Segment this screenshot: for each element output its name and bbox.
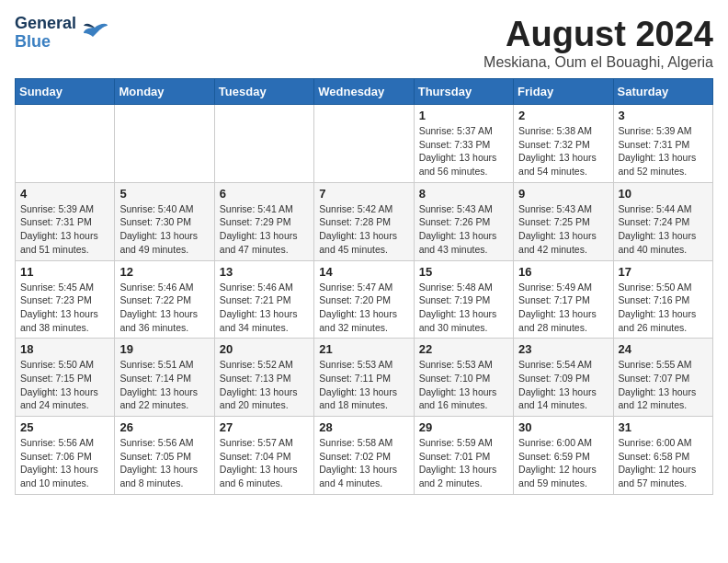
day-number: 20 xyxy=(220,342,309,356)
day-info: Sunrise: 5:56 AM Sunset: 7:06 PM Dayligh… xyxy=(20,436,109,490)
location-subtitle: Meskiana, Oum el Bouaghi, Algeria xyxy=(483,54,713,71)
page-header: General Blue August 2024 Meskiana, Oum e… xyxy=(15,15,713,71)
day-cell: 27Sunrise: 5:57 AM Sunset: 7:04 PM Dayli… xyxy=(214,417,313,495)
day-info: Sunrise: 5:39 AM Sunset: 7:31 PM Dayligh… xyxy=(20,202,109,257)
day-cell: 1Sunrise: 5:37 AM Sunset: 7:33 PM Daylig… xyxy=(414,105,513,183)
day-cell: 25Sunrise: 5:56 AM Sunset: 7:06 PM Dayli… xyxy=(16,417,115,495)
day-info: Sunrise: 5:59 AM Sunset: 7:01 PM Dayligh… xyxy=(419,436,508,490)
day-cell: 15Sunrise: 5:48 AM Sunset: 7:19 PM Dayli… xyxy=(414,260,513,339)
day-info: Sunrise: 5:42 AM Sunset: 7:28 PM Dayligh… xyxy=(319,202,408,257)
header-sunday: Sunday xyxy=(16,79,115,105)
day-number: 17 xyxy=(619,265,708,279)
day-number: 16 xyxy=(518,265,608,279)
day-cell: 3Sunrise: 5:39 AM Sunset: 7:31 PM Daylig… xyxy=(613,105,712,183)
day-cell: 11Sunrise: 5:45 AM Sunset: 7:23 PM Dayli… xyxy=(16,260,115,339)
day-cell xyxy=(16,105,115,183)
day-cell: 16Sunrise: 5:49 AM Sunset: 7:17 PM Dayli… xyxy=(514,260,613,339)
day-info: Sunrise: 5:53 AM Sunset: 7:10 PM Dayligh… xyxy=(419,358,508,412)
logo-line1: General xyxy=(15,15,76,33)
day-number: 5 xyxy=(119,187,209,201)
day-cell: 2Sunrise: 5:38 AM Sunset: 7:32 PM Daylig… xyxy=(514,105,613,183)
week-row-2: 4Sunrise: 5:39 AM Sunset: 7:31 PM Daylig… xyxy=(16,182,713,260)
day-cell: 22Sunrise: 5:53 AM Sunset: 7:10 PM Dayli… xyxy=(414,339,513,417)
day-info: Sunrise: 5:49 AM Sunset: 7:17 PM Dayligh… xyxy=(518,281,608,335)
day-number: 4 xyxy=(20,187,109,201)
calendar-header: SundayMondayTuesdayWednesdayThursdayFrid… xyxy=(16,79,713,105)
header-friday: Friday xyxy=(514,79,613,105)
day-cell xyxy=(115,105,214,183)
day-info: Sunrise: 5:43 AM Sunset: 7:26 PM Dayligh… xyxy=(419,202,508,257)
day-info: Sunrise: 5:54 AM Sunset: 7:09 PM Dayligh… xyxy=(518,358,608,412)
week-row-3: 11Sunrise: 5:45 AM Sunset: 7:23 PM Dayli… xyxy=(16,260,713,339)
day-number: 12 xyxy=(119,265,209,279)
day-number: 10 xyxy=(619,187,708,201)
day-info: Sunrise: 5:39 AM Sunset: 7:31 PM Dayligh… xyxy=(619,124,708,178)
day-info: Sunrise: 5:56 AM Sunset: 7:05 PM Dayligh… xyxy=(119,436,209,490)
day-info: Sunrise: 5:38 AM Sunset: 7:32 PM Dayligh… xyxy=(518,124,608,178)
week-row-5: 25Sunrise: 5:56 AM Sunset: 7:06 PM Dayli… xyxy=(16,417,713,495)
day-cell: 31Sunrise: 6:00 AM Sunset: 6:58 PM Dayli… xyxy=(613,417,712,495)
day-number: 22 xyxy=(419,342,508,356)
day-info: Sunrise: 5:47 AM Sunset: 7:20 PM Dayligh… xyxy=(319,281,408,335)
day-number: 8 xyxy=(419,187,508,201)
day-number: 7 xyxy=(319,187,408,201)
day-cell: 6Sunrise: 5:41 AM Sunset: 7:29 PM Daylig… xyxy=(214,182,313,260)
day-info: Sunrise: 5:46 AM Sunset: 7:22 PM Dayligh… xyxy=(119,281,209,335)
day-number: 18 xyxy=(20,342,109,356)
day-cell: 21Sunrise: 5:53 AM Sunset: 7:11 PM Dayli… xyxy=(314,339,414,417)
day-number: 26 xyxy=(119,420,209,434)
day-cell: 7Sunrise: 5:42 AM Sunset: 7:28 PM Daylig… xyxy=(314,182,414,260)
day-cell: 24Sunrise: 5:55 AM Sunset: 7:07 PM Dayli… xyxy=(613,339,712,417)
day-info: Sunrise: 6:00 AM Sunset: 6:58 PM Dayligh… xyxy=(619,436,708,490)
day-cell: 19Sunrise: 5:51 AM Sunset: 7:14 PM Dayli… xyxy=(115,339,214,417)
calendar-table: SundayMondayTuesdayWednesdayThursdayFrid… xyxy=(15,78,713,495)
header-row: SundayMondayTuesdayWednesdayThursdayFrid… xyxy=(16,79,713,105)
day-info: Sunrise: 5:55 AM Sunset: 7:07 PM Dayligh… xyxy=(619,358,708,412)
header-thursday: Thursday xyxy=(414,79,513,105)
day-number: 2 xyxy=(518,109,608,122)
day-cell: 14Sunrise: 5:47 AM Sunset: 7:20 PM Dayli… xyxy=(314,260,414,339)
day-info: Sunrise: 5:41 AM Sunset: 7:29 PM Dayligh… xyxy=(220,202,309,257)
day-cell: 30Sunrise: 6:00 AM Sunset: 6:59 PM Dayli… xyxy=(514,417,613,495)
day-number: 30 xyxy=(518,420,608,434)
day-cell: 20Sunrise: 5:52 AM Sunset: 7:13 PM Dayli… xyxy=(214,339,313,417)
day-info: Sunrise: 5:40 AM Sunset: 7:30 PM Dayligh… xyxy=(119,202,209,257)
day-info: Sunrise: 5:45 AM Sunset: 7:23 PM Dayligh… xyxy=(20,281,109,335)
day-info: Sunrise: 5:53 AM Sunset: 7:11 PM Dayligh… xyxy=(319,358,408,412)
day-number: 21 xyxy=(319,342,408,356)
day-number: 24 xyxy=(619,342,708,356)
day-cell: 5Sunrise: 5:40 AM Sunset: 7:30 PM Daylig… xyxy=(115,182,214,260)
day-cell: 18Sunrise: 5:50 AM Sunset: 7:15 PM Dayli… xyxy=(16,339,115,417)
day-number: 23 xyxy=(518,342,608,356)
day-cell xyxy=(214,105,313,183)
day-info: Sunrise: 6:00 AM Sunset: 6:59 PM Dayligh… xyxy=(518,436,608,490)
header-monday: Monday xyxy=(115,79,214,105)
day-number: 31 xyxy=(619,420,708,434)
day-cell: 23Sunrise: 5:54 AM Sunset: 7:09 PM Dayli… xyxy=(514,339,613,417)
week-row-4: 18Sunrise: 5:50 AM Sunset: 7:15 PM Dayli… xyxy=(16,339,713,417)
day-cell: 8Sunrise: 5:43 AM Sunset: 7:26 PM Daylig… xyxy=(414,182,513,260)
header-saturday: Saturday xyxy=(613,79,712,105)
day-number: 15 xyxy=(419,265,508,279)
day-info: Sunrise: 5:58 AM Sunset: 7:02 PM Dayligh… xyxy=(319,436,408,490)
day-cell: 28Sunrise: 5:58 AM Sunset: 7:02 PM Dayli… xyxy=(314,417,414,495)
day-info: Sunrise: 5:50 AM Sunset: 7:15 PM Dayligh… xyxy=(20,358,109,412)
day-cell: 10Sunrise: 5:44 AM Sunset: 7:24 PM Dayli… xyxy=(613,182,712,260)
day-cell: 9Sunrise: 5:43 AM Sunset: 7:25 PM Daylig… xyxy=(514,182,613,260)
day-cell: 4Sunrise: 5:39 AM Sunset: 7:31 PM Daylig… xyxy=(16,182,115,260)
day-cell: 17Sunrise: 5:50 AM Sunset: 7:16 PM Dayli… xyxy=(613,260,712,339)
logo: General Blue xyxy=(15,15,109,52)
logo-bird-icon xyxy=(80,20,109,46)
day-info: Sunrise: 5:46 AM Sunset: 7:21 PM Dayligh… xyxy=(220,281,309,335)
day-number: 9 xyxy=(518,187,608,201)
day-info: Sunrise: 5:50 AM Sunset: 7:16 PM Dayligh… xyxy=(619,281,708,335)
day-cell xyxy=(314,105,414,183)
day-info: Sunrise: 5:57 AM Sunset: 7:04 PM Dayligh… xyxy=(220,436,309,490)
calendar-body: 1Sunrise: 5:37 AM Sunset: 7:33 PM Daylig… xyxy=(16,105,713,495)
month-title: August 2024 xyxy=(483,15,713,54)
day-info: Sunrise: 5:51 AM Sunset: 7:14 PM Dayligh… xyxy=(119,358,209,412)
day-cell: 26Sunrise: 5:56 AM Sunset: 7:05 PM Dayli… xyxy=(115,417,214,495)
day-number: 13 xyxy=(220,265,309,279)
day-cell: 13Sunrise: 5:46 AM Sunset: 7:21 PM Dayli… xyxy=(214,260,313,339)
day-number: 14 xyxy=(319,265,408,279)
